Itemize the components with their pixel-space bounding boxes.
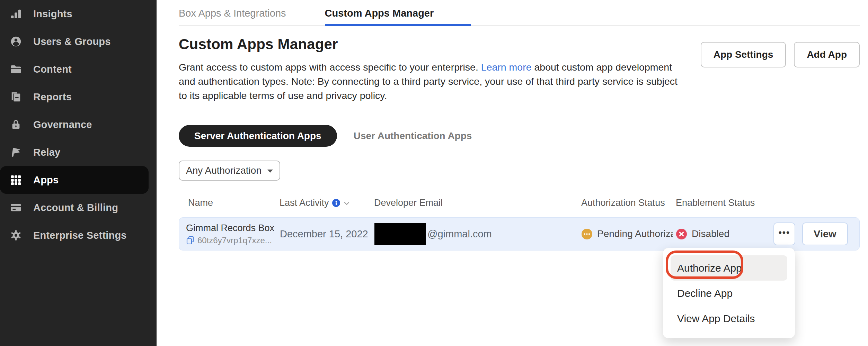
last-activity-cell: December 15, 2022	[280, 228, 374, 240]
server-auth-apps-pill[interactable]: Server Authentication Apps	[179, 125, 337, 147]
column-header-enablement-status[interactable]: Enablement Status	[676, 198, 773, 208]
menu-item-authorize-app[interactable]: Authorize App	[671, 255, 787, 281]
email-domain: @gimmal.com	[427, 228, 492, 240]
developer-email-cell: @gimmal.com	[374, 223, 582, 245]
sidebar-item-label: Insights	[33, 8, 72, 20]
sidebar-item-label: Enterprise Settings	[33, 230, 127, 241]
authorization-status-text: Pending Authoriza	[597, 228, 673, 239]
column-header-developer-email[interactable]: Developer Email	[374, 198, 581, 208]
page-title: Custom Apps Manager	[179, 36, 682, 53]
row-more-actions-button[interactable]: •••	[773, 222, 795, 245]
auth-type-toggle: Server Authentication Apps User Authenti…	[179, 125, 860, 147]
app-name: Gimmal Records Box	[186, 223, 280, 234]
sidebar-item-enterprise-settings[interactable]: Enterprise Settings	[0, 221, 157, 249]
enablement-status-cell: Disabled	[676, 228, 773, 239]
app-settings-button[interactable]: App Settings	[701, 42, 786, 67]
column-header-name[interactable]: Name	[179, 198, 280, 208]
learn-more-link[interactable]: Learn more	[481, 62, 532, 73]
disabled-status-icon	[676, 229, 687, 239]
user-auth-apps-pill[interactable]: User Authentication Apps	[338, 125, 487, 147]
menu-item-decline-app[interactable]: Decline App	[671, 281, 787, 306]
authorization-filter-dropdown[interactable]: Any Authorization	[179, 161, 280, 181]
column-header-authorization-status[interactable]: Authorization Status	[581, 198, 676, 208]
sidebar-item-content[interactable]: Content	[0, 55, 157, 83]
apps-table: Name Last Activity Developer Email	[179, 196, 860, 251]
menu-item-view-app-details[interactable]: View App Details	[671, 306, 787, 331]
add-app-button[interactable]: Add App	[794, 42, 860, 67]
insights-icon	[10, 8, 22, 20]
copy-icon[interactable]	[186, 236, 194, 245]
app-id: 60tz6y7vrp1q7xze...	[197, 236, 272, 245]
tab-box-apps-integrations[interactable]: Box Apps & Integrations	[179, 0, 286, 26]
page-header: Custom Apps Manager Grant access to cust…	[179, 26, 860, 103]
folder-icon	[10, 63, 22, 75]
custom-apps-manager-page: Insights Users & Groups Content	[0, 0, 868, 346]
gear-icon	[10, 229, 22, 242]
sidebar-item-label: Relay	[33, 147, 60, 158]
pending-status-icon	[582, 229, 592, 239]
app-id-copy[interactable]: 60tz6y7vrp1q7xze...	[186, 236, 280, 245]
filter-selected-value: Any Authorization	[186, 165, 262, 176]
row-actions: ••• View	[773, 222, 859, 245]
tab-label: Custom Apps Manager	[325, 8, 434, 19]
sidebar-item-users-groups[interactable]: Users & Groups	[0, 28, 157, 55]
sidebar-item-label: Content	[33, 64, 72, 75]
lock-icon	[10, 118, 22, 131]
desc-text: Grant access to custom apps with access …	[179, 62, 481, 73]
admin-sidebar: Insights Users & Groups Content	[0, 0, 157, 346]
sidebar-item-label: Users & Groups	[33, 36, 111, 47]
column-header-last-activity[interactable]: Last Activity	[280, 198, 374, 208]
enablement-status-text: Disabled	[692, 228, 729, 239]
table-header: Name Last Activity Developer Email	[179, 196, 860, 210]
sidebar-item-label: Account & Billing	[33, 202, 118, 213]
sidebar-item-label: Governance	[33, 119, 92, 130]
sidebar-item-reports[interactable]: Reports	[0, 83, 157, 111]
app-name-cell: Gimmal Records Box 60tz6y7vrp1q7xze...	[179, 223, 280, 245]
authorization-status-cell: Pending Authoriza	[582, 228, 676, 239]
sidebar-item-governance[interactable]: Governance	[0, 111, 157, 138]
header-buttons: App Settings Add App	[701, 42, 860, 67]
top-tabs: Box Apps & Integrations Custom Apps Mana…	[179, 0, 860, 26]
users-icon	[10, 35, 22, 48]
active-tab-underline	[325, 24, 471, 26]
row-actions-context-menu: Authorize App Decline App View App Detai…	[663, 248, 795, 338]
reports-icon	[10, 91, 22, 103]
table-row: Gimmal Records Box 60tz6y7vrp1q7xze... D…	[179, 217, 860, 251]
apps-grid-icon	[10, 174, 22, 186]
sidebar-item-label: Apps	[33, 174, 59, 186]
sidebar-item-insights[interactable]: Insights	[0, 0, 157, 28]
flag-icon	[10, 146, 22, 158]
sidebar-item-label: Reports	[33, 91, 72, 103]
page-description: Grant access to custom apps with access …	[179, 60, 682, 103]
credit-card-icon	[10, 201, 22, 214]
row-view-button[interactable]: View	[802, 222, 848, 245]
redacted-email-block	[374, 223, 426, 245]
tab-label: Box Apps & Integrations	[179, 8, 286, 19]
sort-chevron-icon[interactable]	[344, 202, 349, 205]
info-icon[interactable]	[332, 199, 340, 207]
sidebar-item-relay[interactable]: Relay	[0, 138, 157, 166]
tab-custom-apps-manager[interactable]: Custom Apps Manager	[325, 0, 471, 26]
sidebar-item-apps[interactable]: Apps	[0, 166, 149, 194]
caret-down-icon	[267, 170, 273, 173]
sidebar-item-account-billing[interactable]: Account & Billing	[0, 194, 157, 221]
